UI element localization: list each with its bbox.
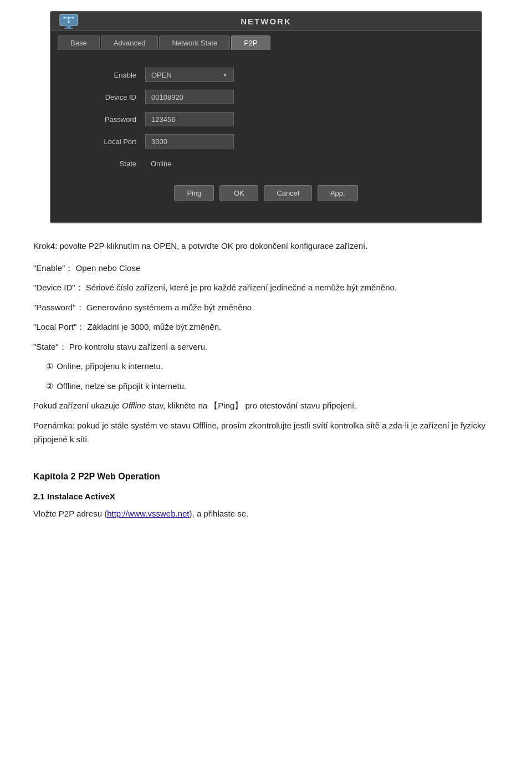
panel-body: Enable OPEN ▼ Device ID 00108920 Passwor… (51, 50, 481, 212)
enable-value: OPEN (151, 71, 172, 79)
password-input[interactable]: 123456 (145, 112, 234, 126)
tab-network-state[interactable]: Network State (159, 35, 230, 50)
offline-num: ② (44, 379, 54, 393)
section-21-header: 2.1 Instalace ActiveX (33, 489, 499, 504)
enable-label-text: "Enable"： (33, 263, 73, 273)
ping-text2: stav, klikněte na 【Ping】 pro otestování … (146, 401, 356, 410)
activex-desc1: Vložte P2P adresu ( (33, 509, 107, 518)
password-desc-text: Generováno systémem a může být změněno. (86, 303, 254, 312)
offline-desc-text: Offline, nelze se připojit k internetu. (57, 381, 186, 391)
localport-para: "Local Port"： Základní je 3000, může být… (33, 320, 499, 334)
ping-text1: Pokud zařízení ukazuje (33, 401, 122, 410)
enable-desc-text: Open nebo Close (76, 263, 141, 273)
activex-link[interactable]: http://www.vssweb.net (107, 509, 189, 518)
online-para: ① Online, připojenu k internetu. (33, 359, 499, 374)
state-value: Online (145, 156, 234, 171)
state-para: "State"： Pro kontrolu stavu zařízení a s… (33, 340, 499, 354)
svg-point-5 (63, 17, 65, 19)
ping-para: Pokud zařízení ukazuje Offline stav, kli… (33, 398, 499, 413)
online-desc-text: Online, připojenu k internetu. (57, 361, 163, 371)
network-panel: NETWORK Base Advanced Network State P2P … (50, 11, 482, 223)
dropdown-arrow-icon: ▼ (222, 72, 228, 78)
label-enable: Enable (84, 71, 145, 79)
password-label-text: "Password"： (33, 303, 84, 312)
tab-base[interactable]: Base (58, 35, 100, 50)
note-text: Poznámka: pokud je stále systém ve stavu… (33, 421, 485, 444)
form-row-state: State Online (84, 155, 448, 172)
step4-para: Krok4: povolte P2P kliknutím na OPEN, a … (33, 239, 499, 253)
network-icon (59, 13, 79, 30)
deviceid-label-text: "Device ID"： (33, 283, 84, 292)
panel-titlebar: NETWORK (51, 12, 481, 31)
app-button[interactable]: App. (318, 185, 358, 201)
deviceid-input[interactable]: 00108920 (145, 90, 234, 104)
svg-rect-2 (64, 28, 73, 29)
deviceid-desc-text: Sériové číslo zařízení, které je pro kaž… (86, 283, 397, 292)
label-state: State (84, 160, 145, 168)
state-label-text: "State"： (33, 342, 67, 351)
localport-label-text: "Local Port"： (33, 322, 85, 331)
ping-italic: Offline (122, 401, 146, 410)
deviceid-value: 00108920 (151, 93, 183, 101)
enable-dropdown[interactable]: OPEN ▼ (145, 68, 234, 82)
cancel-button[interactable]: Cancel (264, 185, 311, 201)
note-para: Poznámka: pokud je stále systém ve stavu… (33, 418, 499, 447)
svg-point-7 (72, 17, 74, 19)
localport-input[interactable]: 3000 (145, 134, 234, 149)
localport-desc-text: Základní je 3000, může být změněn. (87, 322, 221, 331)
offline-para: ② Offline, nelze se připojit k internetu… (33, 379, 499, 393)
form-row-enable: Enable OPEN ▼ (84, 67, 448, 83)
activex-desc2: ), a přihlaste se. (190, 509, 249, 518)
panel-buttons: Ping OK Cancel App. (84, 185, 448, 201)
svg-point-8 (68, 17, 70, 19)
step4-text: Krok4: povolte P2P kliknutím na OPEN, a … (33, 241, 367, 251)
deviceid-para: "Device ID"： Sériové číslo zařízení, kte… (33, 280, 499, 295)
svg-point-6 (68, 21, 70, 23)
svg-rect-1 (66, 25, 71, 28)
body-text: Krok4: povolte P2P kliknutím na OPEN, a … (33, 239, 499, 521)
ok-button[interactable]: OK (219, 185, 258, 201)
enable-para: "Enable"： Open nebo Close (33, 261, 499, 275)
activex-para: Vložte P2P adresu (http://www.vssweb.net… (33, 507, 499, 521)
online-num: ① (44, 359, 54, 374)
tab-p2p[interactable]: P2P (231, 35, 270, 50)
tab-advanced[interactable]: Advanced (101, 35, 158, 50)
localport-value: 3000 (151, 137, 167, 146)
password-value: 123456 (151, 115, 175, 124)
chapter-header: Kapitola 2 P2P Web Operation (33, 469, 499, 484)
ping-button[interactable]: Ping (174, 185, 214, 201)
panel-title: NETWORK (241, 17, 291, 26)
state-desc-text: Pro kontrolu stavu zařízení a serveru. (69, 342, 207, 351)
panel-tabs: Base Advanced Network State P2P (51, 31, 481, 50)
label-deviceid: Device ID (84, 93, 145, 101)
form-row-localport: Local Port 3000 (84, 133, 448, 150)
form-row-deviceid: Device ID 00108920 (84, 89, 448, 105)
form-row-password: Password 123456 (84, 111, 448, 127)
label-password: Password (84, 115, 145, 124)
password-para: "Password"： Generováno systémem a může b… (33, 300, 499, 315)
label-localport: Local Port (84, 137, 145, 146)
